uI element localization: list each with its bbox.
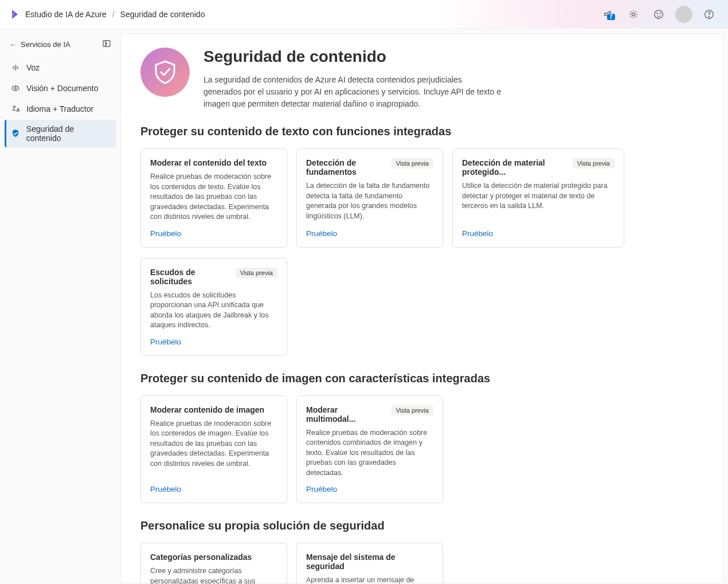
sidebar-item-voice[interactable]: Voz xyxy=(5,58,116,77)
svg-point-0 xyxy=(632,13,635,15)
card-title: Detección de fundamentos xyxy=(306,158,387,177)
hero: Seguridad de contenido La seguridad de c… xyxy=(140,48,703,110)
card-link[interactable]: Pruébelo xyxy=(306,485,433,493)
sidebar-item-label: Voz xyxy=(26,63,40,72)
sidebar: ← Servicios de IA VozVisión + DocumentoI… xyxy=(0,29,120,584)
card-description: Cree y administre categorías personaliza… xyxy=(150,566,277,584)
feature-card[interactable]: Moderar el contenido del texto Realice p… xyxy=(140,148,287,248)
vision-icon xyxy=(10,83,21,93)
sidebar-item-label: Idioma + Traductor xyxy=(26,104,93,113)
topbar: Estudio de IA de Azure / Seguridad de co… xyxy=(0,0,728,29)
breadcrumb: Estudio de IA de Azure / Seguridad de co… xyxy=(10,9,205,20)
card-title: Categorías personalizadas xyxy=(150,552,252,562)
sidebar-item-label: Seguridad de contenido xyxy=(26,124,110,143)
arrow-left-icon: ← xyxy=(9,40,17,49)
card-head: Escudos de solicitudes Vista previa xyxy=(150,268,277,286)
breadcrumb-current: Seguridad de contenido xyxy=(120,10,205,19)
sidebar-item-language[interactable]: Idioma + Traductor xyxy=(5,99,116,119)
top-actions: 7 xyxy=(600,6,718,23)
card-head: Mensaje del sistema de seguridad xyxy=(306,552,433,571)
page-title: Seguridad de contenido xyxy=(203,48,502,66)
card-row: Moderar contenido de imagen Realice prue… xyxy=(140,395,703,504)
card-row: Categorías personalizadas Cree y adminis… xyxy=(140,543,703,584)
layout: ← Servicios de IA VozVisión + DocumentoI… xyxy=(0,29,728,584)
card-link[interactable]: Pruébelo xyxy=(150,338,277,346)
card-row: Escudos de solicitudes Vista previa Los … xyxy=(140,258,703,356)
card-head: Moderar el contenido del texto xyxy=(150,158,277,167)
card-link[interactable]: Pruébelo xyxy=(462,229,615,238)
card-title: Detección de material protegido... xyxy=(462,158,568,177)
card-head: Moderar multimodal... Vista previa xyxy=(306,405,433,424)
preview-badge: Vista previa xyxy=(573,158,615,168)
settings-icon[interactable] xyxy=(625,6,642,23)
card-description: Realice pruebas de moderación sobre los … xyxy=(150,172,277,222)
svg-point-1 xyxy=(655,10,663,18)
card-title: Mensaje del sistema de seguridad xyxy=(306,552,433,571)
feature-card[interactable]: Moderar multimodal... Vista previa Reali… xyxy=(296,395,443,504)
announcements-icon[interactable]: 7 xyxy=(600,6,617,23)
sidebar-item-label: Visión + Documento xyxy=(26,84,98,93)
card-link[interactable]: Pruébelo xyxy=(150,485,277,493)
page-description: La seguridad de contenidos de Azure AI d… xyxy=(203,74,502,110)
card-title: Moderar el contenido del texto xyxy=(150,158,267,167)
svg-rect-6 xyxy=(103,41,110,46)
feedback-icon[interactable] xyxy=(650,6,667,23)
card-title: Escudos de solicitudes xyxy=(150,268,231,286)
svg-point-2 xyxy=(657,13,657,13)
voice-icon xyxy=(10,62,21,73)
feature-card[interactable]: Detección de material protegido... Vista… xyxy=(452,148,624,248)
card-head: Detección de material protegido... Vista… xyxy=(462,158,615,177)
main-content: Seguridad de contenido La seguridad de c… xyxy=(120,33,723,584)
content-safety-hero-icon xyxy=(140,48,190,97)
avatar[interactable] xyxy=(675,6,692,23)
card-title: Moderar multimodal... xyxy=(306,405,387,424)
sidebar-item-shield[interactable]: Seguridad de contenido xyxy=(5,120,116,147)
preview-badge: Vista previa xyxy=(392,158,433,168)
help-icon[interactable] xyxy=(700,6,718,23)
card-row: Moderar el contenido del texto Realice p… xyxy=(140,148,703,248)
card-description: Realice pruebas de moderación sobre los … xyxy=(150,419,277,479)
card-description: Realice pruebas de moderación sobre cont… xyxy=(306,428,433,479)
feature-card[interactable]: Detección de fundamentos Vista previa La… xyxy=(296,148,443,248)
preview-badge: Vista previa xyxy=(236,268,277,278)
svg-point-8 xyxy=(15,88,17,89)
feature-card[interactable]: Moderar contenido de imagen Realice prue… xyxy=(140,395,287,504)
svg-point-3 xyxy=(660,13,660,13)
card-link[interactable]: Pruébelo xyxy=(306,229,433,238)
breadcrumb-root[interactable]: Estudio de IA de Azure xyxy=(25,10,107,19)
svg-point-7 xyxy=(12,86,19,91)
collapse-sidebar-icon[interactable] xyxy=(102,39,111,50)
sidebar-back-label: Servicios de IA xyxy=(21,40,71,49)
feature-card[interactable]: Mensaje del sistema de seguridad Aprenda… xyxy=(296,543,443,584)
section: Proteger su contenido de imagen con cara… xyxy=(140,372,703,504)
card-link[interactable]: Pruébelo xyxy=(150,229,277,238)
section-title: Proteger su contenido de texto con funci… xyxy=(140,125,703,138)
feature-card[interactable]: Categorías personalizadas Cree y adminis… xyxy=(140,543,287,584)
notification-badge: 7 xyxy=(607,14,615,20)
card-description: Utilice la detección de material protegi… xyxy=(462,181,615,222)
preview-badge: Vista previa xyxy=(392,405,433,416)
shield-icon xyxy=(10,128,21,139)
azure-brand-icon xyxy=(10,9,19,20)
card-title: Moderar contenido de imagen xyxy=(150,405,264,414)
sidebar-header: ← Servicios de IA xyxy=(5,39,116,58)
language-icon xyxy=(10,104,21,114)
card-head: Moderar contenido de imagen xyxy=(150,405,277,414)
section: Personalice su propia solución de seguri… xyxy=(140,519,703,584)
section: Proteger su contenido de texto con funci… xyxy=(140,125,703,356)
sidebar-item-vision[interactable]: Visión + Documento xyxy=(5,79,116,98)
card-head: Categorías personalizadas xyxy=(150,552,277,562)
section-title: Proteger su contenido de imagen con cara… xyxy=(140,372,703,385)
back-to-services[interactable]: ← Servicios de IA xyxy=(9,40,71,49)
card-head: Detección de fundamentos Vista previa xyxy=(306,158,433,177)
card-description: Los escudos de solicitudes proporcionan … xyxy=(150,291,277,331)
section-title: Personalice su propia solución de seguri… xyxy=(140,519,703,532)
svg-point-5 xyxy=(709,16,709,17)
card-description: La detección de la falta de fundamento d… xyxy=(306,181,433,222)
breadcrumb-sep: / xyxy=(112,10,115,19)
card-description: Aprenda a insertar un mensaje de sistema… xyxy=(306,575,433,584)
feature-card[interactable]: Escudos de solicitudes Vista previa Los … xyxy=(140,258,287,356)
